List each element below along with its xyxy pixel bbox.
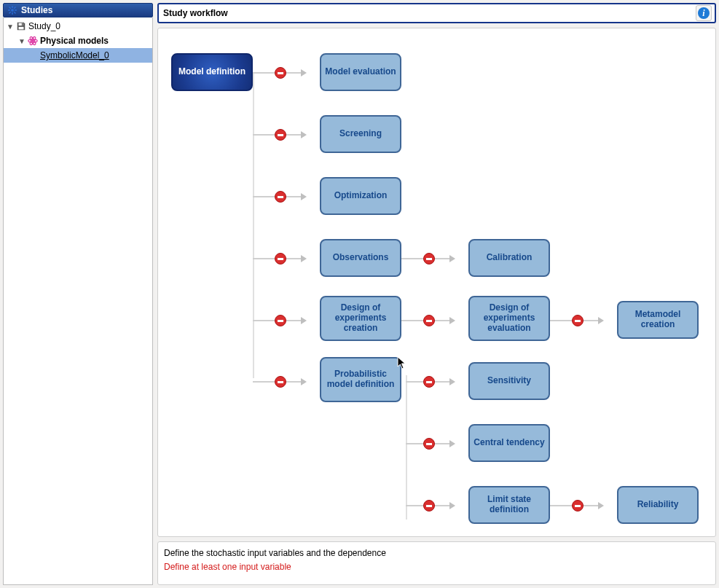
node-sensitivity[interactable]: Sensitivity [468,362,550,400]
info-button[interactable]: i [696,5,712,21]
arrow-icon [598,502,604,509]
arrow-icon [449,378,455,385]
chevron-down-icon[interactable]: ▼ [17,37,27,45]
studies-panel-header: Studies [3,3,153,17]
workflow-connector [253,72,254,378]
stop-icon [275,376,286,388]
symbolicmodel-label: SymbolicModel_0 [39,50,111,60]
chevron-down-icon[interactable]: ▼ [5,23,15,31]
stop-icon [423,253,435,264]
workflow-connector [253,376,307,388]
svg-rect-10 [22,23,23,26]
workflow-connector [550,315,604,326]
svg-line-6 [14,12,15,13]
svg-line-8 [9,12,11,13]
physical-models-label: Physical models [39,36,110,46]
svg-line-5 [9,7,11,9]
workflow-connector [253,315,307,326]
tree-item-symbolicmodel[interactable]: SymbolicModel_0 [4,48,152,63]
disk-icon [15,21,27,31]
tree-item-study[interactable]: ▼ Study_0 [4,19,152,34]
svg-rect-11 [19,27,24,30]
stop-icon [275,191,286,203]
arrow-icon [449,440,455,447]
stop-icon [275,253,286,264]
arrow-icon [301,317,307,324]
node-probabilistic-model[interactable]: Probabilistic model definition [320,357,401,402]
workflow-connector [401,253,455,264]
workflow-connector [401,315,455,326]
arrow-icon [301,255,307,262]
workflow-canvas: Model definition Model evaluation Screen… [157,28,716,537]
arrow-icon [301,378,307,385]
stop-icon [275,315,286,326]
stop-icon [423,315,435,326]
message-panel: Define the stochastic input variables an… [157,541,716,585]
node-model-definition[interactable]: Model definition [171,53,253,91]
workflow-connector [253,67,307,79]
node-screening[interactable]: Screening [320,115,401,153]
message-error: Define at least one input variable [164,560,710,574]
main-area: Study workflow i Model definition Model … [157,3,716,585]
workflow-connector [406,376,455,388]
node-model-evaluation[interactable]: Model evaluation [320,53,401,91]
arrow-icon [301,69,307,77]
tree-item-physical-models[interactable]: ▼ Physical models [4,34,152,48]
stop-icon [423,376,435,388]
node-reliability[interactable]: Reliability [617,486,699,524]
study-label: Study_0 [27,21,62,31]
workflow-connector [406,500,455,511]
workflow-connector [253,191,307,203]
workflow-connector [406,438,455,450]
studies-panel-title: Studies [21,5,52,15]
node-central-tendency[interactable]: Central tendency [468,424,550,462]
studies-tree: ▼ Study_0 ▼ Physical models SymbolicMode… [3,17,153,585]
svg-point-15 [32,40,34,42]
studies-panel: Studies ▼ Study_0 ▼ Physical models Symb… [3,3,153,585]
workflow-title: Study workflow [163,8,228,18]
arrow-icon [598,317,604,324]
arrow-icon [449,317,455,324]
node-doe-evaluation[interactable]: Design of experiments evaluation [468,296,550,341]
stop-icon [275,67,286,79]
node-calibration[interactable]: Calibration [468,239,550,277]
node-limit-state[interactable]: Limit state definition [468,486,550,524]
stop-icon [423,438,435,450]
node-optimization[interactable]: Optimization [320,177,401,215]
atom-icon [27,36,39,46]
svg-line-7 [14,7,15,9]
arrow-icon [449,502,455,509]
workflow-connector [253,253,307,264]
message-info: Define the stochastic input variables an… [164,546,710,560]
stop-icon [423,500,435,511]
gear-icon [7,6,18,15]
stop-icon [275,129,286,141]
arrow-icon [301,131,307,138]
arrow-icon [301,193,307,200]
stop-icon [572,315,584,326]
arrow-icon [449,255,455,262]
svg-point-0 [11,9,14,12]
workflow-connector [253,129,307,141]
node-metamodel-creation[interactable]: Metamodel creation [617,301,699,339]
node-doe-creation[interactable]: Design of experiments creation [320,296,401,341]
stop-icon [572,500,584,511]
info-icon: i [698,7,710,19]
node-observations[interactable]: Observations [320,239,401,277]
workflow-title-bar: Study workflow i [157,3,716,23]
workflow-connector [550,500,604,511]
